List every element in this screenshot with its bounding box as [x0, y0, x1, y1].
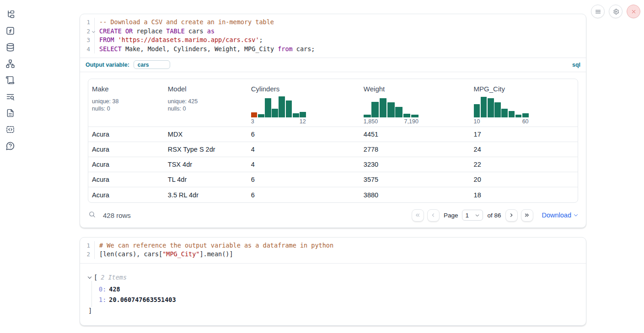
code-line[interactable]: 2CREATE OR replace TABLE cars as	[80, 27, 586, 36]
histogram-bar	[509, 111, 515, 117]
histogram-bar	[286, 100, 292, 117]
close-icon[interactable]	[627, 5, 640, 18]
output-variable-bar: Output variable: sql	[80, 58, 586, 72]
menu-icon[interactable]	[591, 5, 605, 18]
fold-chevron-icon[interactable]	[92, 30, 95, 33]
help-bubble-icon[interactable]	[5, 141, 15, 151]
table-row[interactable]: AcuraTSX 4dr4323022	[88, 157, 578, 172]
output-variable-input[interactable]	[134, 60, 170, 69]
sql-code-editor[interactable]: 1-- Download a CSV and create an in-memo…	[80, 14, 586, 58]
code-line[interactable]: 3FROM 'https://datasets.marimo.app/cars.…	[80, 36, 586, 45]
histogram-bar	[251, 112, 258, 118]
histogram-bar	[258, 114, 264, 117]
cylinders-histogram: 312	[251, 95, 306, 125]
histogram-bar	[481, 97, 487, 118]
histogram-bar	[474, 104, 480, 118]
histogram-bar	[403, 114, 411, 118]
tree-entries: 0:4281:20.060747663551403	[91, 281, 579, 307]
list-search-icon[interactable]	[5, 92, 15, 101]
table-cell: 6	[247, 172, 360, 187]
tree-entry-value: 428	[109, 285, 120, 293]
tree-entry-key: 0:	[99, 285, 106, 293]
table-cell: 3230	[360, 157, 470, 172]
table-cell: 4	[247, 157, 360, 172]
page-label: Page	[444, 212, 458, 219]
histogram-bar	[380, 98, 387, 117]
code-text: -- Download a CSV and create an in-memor…	[95, 18, 274, 27]
function-square-icon[interactable]	[5, 26, 15, 36]
line-number: 1	[80, 18, 95, 27]
table-cell: Acura	[88, 172, 164, 187]
histogram-bar	[522, 113, 529, 118]
code-line[interactable]: 1-- Download a CSV and create an in-memo…	[80, 18, 586, 27]
table-cell: RSX Type S 2dr	[164, 142, 247, 157]
code-snippet-icon[interactable]	[5, 125, 15, 134]
scroll-icon[interactable]	[5, 75, 15, 85]
table-cell: 22	[470, 157, 578, 172]
histogram-bar	[265, 98, 271, 117]
table-row[interactable]: AcuraTL 4dr6357520	[88, 172, 578, 187]
code-line[interactable]: 2[len(cars), cars["MPG_City"].mean()]	[80, 250, 586, 259]
histogram-bar	[488, 98, 494, 117]
python-cell: 1# We can reference the output variable …	[80, 237, 586, 326]
python-code-editor[interactable]: 1# We can reference the output variable …	[80, 238, 586, 263]
table-cell: Acura	[88, 187, 164, 202]
next-page-button[interactable]	[505, 209, 518, 222]
collapse-chevron-icon[interactable]	[88, 275, 91, 278]
last-page-button[interactable]	[521, 209, 533, 222]
table-row[interactable]: Acura3.5 RL 4dr6388018	[88, 187, 578, 202]
pagination: Page 1 of 86 Download	[412, 209, 579, 222]
table-header-row: Make unique: 38 nulls: 0 Model unique: 4…	[88, 79, 578, 127]
document-icon[interactable]	[5, 108, 15, 118]
previous-page-button[interactable]	[427, 209, 440, 222]
table-cell: TL 4dr	[164, 172, 247, 187]
table-cell: 6	[247, 127, 360, 142]
folder-tree-icon[interactable]	[5, 10, 15, 19]
page-select[interactable]: 1	[462, 210, 483, 221]
column-header-cylinders[interactable]: Cylinders 312	[247, 79, 360, 127]
close-bracket: ]	[88, 307, 579, 314]
column-stats: unique: 425 nulls: 0	[168, 98, 244, 116]
database-icon[interactable]	[5, 42, 15, 52]
weight-histogram: 1,8507,190	[364, 95, 419, 125]
column-header-model[interactable]: Model unique: 425 nulls: 0	[164, 79, 247, 127]
histogram-bar	[411, 115, 419, 117]
gear-icon[interactable]	[609, 5, 623, 18]
histogram-bar	[371, 102, 379, 118]
table-row[interactable]: AcuraRSX Type S 2dr4277824	[88, 142, 578, 157]
line-number: 3	[80, 36, 95, 45]
download-button[interactable]: Download	[542, 211, 579, 219]
open-bracket: [	[94, 274, 97, 281]
column-header-make[interactable]: Make unique: 38 nulls: 0	[88, 79, 164, 127]
column-header-weight[interactable]: Weight 1,8507,190	[360, 79, 470, 127]
search-icon[interactable]	[88, 211, 96, 220]
table-row[interactable]: AcuraMDX6445117	[88, 127, 578, 142]
chevron-down-icon	[475, 213, 480, 218]
code-line[interactable]: 4SELECT Make, Model, Cylinders, Weight, …	[80, 45, 586, 54]
tree-entry-key: 1:	[99, 296, 106, 303]
first-page-button[interactable]	[412, 209, 424, 222]
code-text: # We can reference the output variable a…	[95, 241, 333, 250]
sql-cell: 1-- Download a CSV and create an in-memo…	[80, 14, 586, 228]
page-total-label: of 86	[487, 212, 501, 219]
table-cell: Acura	[88, 157, 164, 172]
column-header-mpg-city[interactable]: MPG_City 1060	[470, 79, 578, 127]
data-table: Make unique: 38 nulls: 0 Model unique: 4…	[88, 79, 578, 203]
tree-entry-value: 20.060747663551403	[109, 296, 176, 303]
table-cell: 4451	[360, 127, 470, 142]
table-cell: TSX 4dr	[164, 157, 247, 172]
table-output: Make unique: 38 nulls: 0 Model unique: 4…	[80, 72, 586, 205]
code-text: SELECT Make, Model, Cylinders, Weight, M…	[95, 45, 315, 54]
table-cell: MDX	[164, 127, 247, 142]
histogram-bar	[494, 102, 501, 118]
table-cell: 6	[247, 187, 360, 202]
histogram-bar	[300, 112, 306, 117]
code-line[interactable]: 1# We can reference the output variable …	[80, 241, 586, 250]
dependency-graph-icon[interactable]	[5, 59, 15, 69]
column-label: Weight	[364, 85, 467, 93]
code-text: FROM 'https://datasets.marimo.app/cars.c…	[95, 36, 263, 45]
mpg-city-histogram: 1060	[474, 95, 529, 125]
items-count-label: 2 Items	[101, 274, 127, 281]
code-text: [len(cars), cars["MPG_City"].mean()]	[95, 250, 233, 259]
line-number: 4	[80, 45, 95, 54]
